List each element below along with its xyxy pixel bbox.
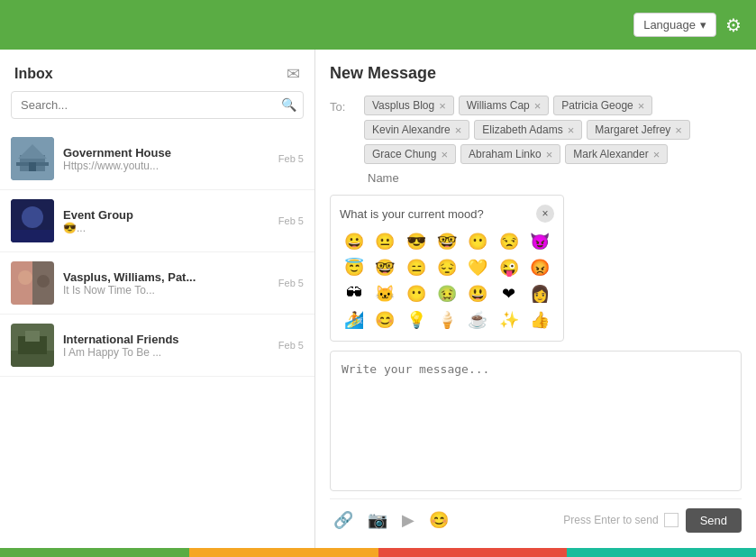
emoji-item[interactable]: 😐 — [370, 230, 398, 253]
remove-tag-button[interactable]: × — [568, 124, 575, 136]
inbox-item[interactable]: Vasplus, Williams, Pat... It Is Now Time… — [0, 252, 314, 315]
to-label: To: — [330, 100, 357, 114]
send-label-area: Press Enter to send — [563, 513, 678, 527]
language-button[interactable]: Language ▾ — [633, 13, 716, 37]
send-on-enter-checkbox[interactable] — [664, 513, 679, 527]
tag-label: Patricia Geoge — [561, 99, 633, 112]
emoji-item[interactable]: 😶 — [402, 282, 430, 306]
sidebar-title: Inbox — [14, 66, 53, 82]
emoji-item[interactable]: 😊 — [370, 308, 398, 332]
remove-tag-button[interactable]: × — [534, 100, 542, 112]
inbox-name: Government House — [63, 146, 271, 160]
remove-tag-button[interactable]: × — [638, 100, 645, 112]
video-icon: ▶ — [402, 511, 414, 529]
emoji-item[interactable]: 😈 — [526, 230, 554, 253]
inbox-item[interactable]: International Friends I Am Happy To Be .… — [0, 315, 314, 377]
link-icon: 🔗 — [333, 511, 353, 529]
bottom-bar-red — [378, 548, 568, 557]
emoji-icon: 😊 — [429, 511, 449, 529]
emoji-item[interactable]: 😎 — [402, 230, 430, 253]
emoji-item[interactable]: 😒 — [495, 230, 523, 253]
inbox-item[interactable]: Government House Https://www.youtu... Fe… — [0, 128, 314, 190]
emoji-item[interactable]: ✨ — [495, 308, 523, 332]
remove-tag-button[interactable]: × — [441, 149, 448, 160]
inbox-info: Government House Https://www.youtu... — [63, 146, 271, 172]
emoji-item[interactable]: 🤓 — [433, 230, 460, 253]
sidebar: Inbox ✉ 🔍 Government House Https://www.y… — [0, 50, 315, 548]
video-button[interactable]: ▶ — [398, 507, 418, 534]
emoji-item[interactable]: 🐱 — [370, 282, 398, 306]
remove-tag-button[interactable]: × — [675, 124, 682, 136]
emoji-item[interactable]: 😑 — [402, 256, 430, 279]
inbox-preview: 😎... — [63, 222, 271, 234]
inbox-name: Vasplus, Williams, Pat... — [63, 270, 271, 284]
avatar — [11, 199, 54, 242]
inbox-info: Event Group 😎... — [63, 208, 271, 234]
emoji-item[interactable]: 😇 — [340, 256, 368, 279]
toolbar: 🔗 📷 ▶ 😊 Press Enter to send Send — [330, 498, 742, 534]
gear-icon: ⚙ — [725, 15, 742, 35]
search-icon: 🔍 — [281, 97, 296, 112]
avatar — [11, 324, 54, 367]
search-input[interactable] — [11, 91, 304, 119]
emoji-item[interactable]: 🤢 — [433, 282, 460, 306]
remove-tag-button[interactable]: × — [653, 149, 660, 160]
emoji-item[interactable]: 😃 — [464, 282, 492, 306]
emoji-item[interactable]: 👍 — [526, 308, 554, 332]
photo-icon: 📷 — [368, 511, 387, 529]
emoji-button[interactable]: 😊 — [425, 507, 452, 534]
emoji-item[interactable]: 🤓 — [370, 256, 398, 279]
emoji-item[interactable]: 😔 — [433, 256, 460, 279]
emoji-item[interactable]: 😡 — [526, 256, 554, 279]
recipient-tag: Williams Cap × — [459, 96, 550, 115]
tag-label: Abraham Linko — [469, 148, 542, 160]
send-button[interactable]: Send — [686, 508, 742, 533]
recipient-tag: Margaret Jefrey × — [587, 120, 690, 140]
svg-rect-4 — [29, 162, 36, 171]
remove-tag-button[interactable]: × — [546, 149, 553, 160]
emoji-item[interactable]: 😶 — [464, 230, 492, 253]
tag-label: Williams Cap — [467, 99, 530, 112]
mail-icon: ✉ — [287, 64, 300, 84]
emoji-item[interactable]: 👩 — [526, 282, 554, 306]
bottom-bar-green — [0, 548, 189, 557]
name-input[interactable] — [364, 169, 523, 187]
emoji-item[interactable]: 🕶 — [340, 282, 368, 306]
send-label-text: Press Enter to send — [563, 514, 658, 526]
inbox-preview: Https://www.youtu... — [63, 160, 271, 172]
emoji-item[interactable]: 🍦 — [433, 308, 460, 332]
recipient-tag: Mark Alexander × — [565, 144, 668, 164]
to-field: To: Vasplus Blog × Williams Cap × Patric… — [330, 96, 742, 187]
emoji-item[interactable]: ☕ — [464, 308, 492, 332]
tags-container: Vasplus Blog × Williams Cap × Patricia G… — [364, 96, 742, 187]
svg-rect-7 — [11, 230, 54, 242]
settings-button[interactable]: ⚙ — [725, 14, 742, 36]
inbox-date: Feb 5 — [278, 278, 304, 288]
message-input[interactable] — [330, 351, 742, 491]
emoji-popup-close-button[interactable]: × — [536, 205, 554, 223]
avatar — [11, 137, 54, 180]
emoji-item[interactable]: 💛 — [464, 256, 492, 279]
emoji-item[interactable]: 💡 — [402, 308, 430, 332]
remove-tag-button[interactable]: × — [439, 100, 446, 112]
inbox-info: Vasplus, Williams, Pat... It Is Now Time… — [63, 270, 271, 297]
bottom-bar-teal — [567, 548, 756, 557]
search-container: 🔍 — [0, 91, 314, 128]
emoji-popup-header: What is your current mood? × — [340, 205, 554, 223]
inbox-item[interactable]: Event Group 😎... Feb 5 — [0, 190, 314, 252]
inbox-info: International Friends I Am Happy To Be .… — [63, 333, 271, 359]
photo-button[interactable]: 📷 — [364, 507, 391, 534]
inbox-list: Government House Https://www.youtu... Fe… — [0, 128, 314, 548]
svg-point-6 — [22, 206, 43, 228]
emoji-item[interactable]: 😜 — [495, 256, 523, 279]
emoji-item[interactable]: ❤ — [495, 282, 523, 306]
tag-label: Margaret Jefrey — [595, 123, 670, 136]
link-button[interactable]: 🔗 — [330, 507, 357, 534]
emoji-item[interactable]: 😀 — [340, 230, 368, 253]
search-button[interactable]: 🔍 — [281, 97, 296, 112]
bottom-bar-yellow — [189, 548, 378, 557]
emoji-item[interactable]: 🏄 — [340, 308, 368, 332]
inbox-name: International Friends — [63, 333, 271, 346]
remove-tag-button[interactable]: × — [455, 124, 462, 136]
inbox-date: Feb 5 — [278, 340, 304, 351]
